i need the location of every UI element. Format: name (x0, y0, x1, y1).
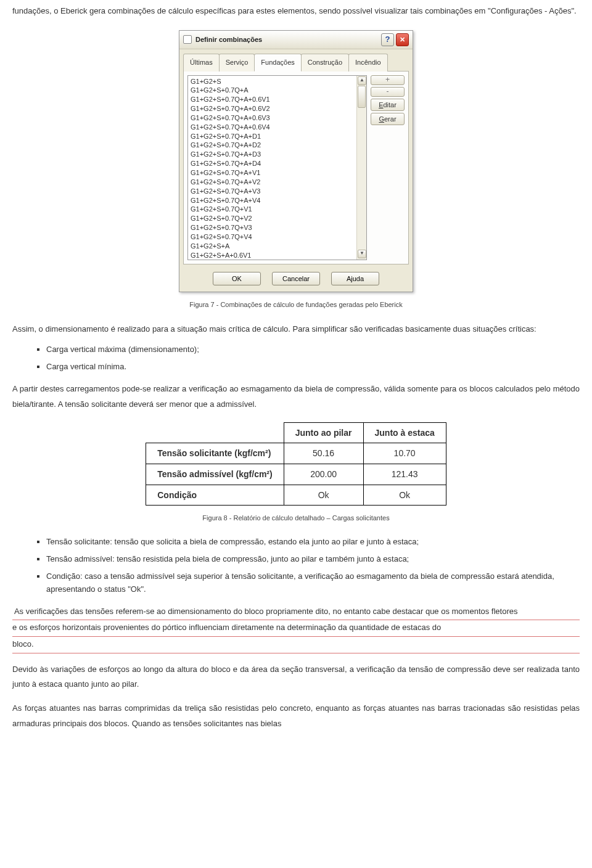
help-button[interactable]: Ajuda (331, 272, 379, 285)
list-item: Condição: caso a tensão admissível seja … (46, 570, 580, 595)
list-item[interactable]: G1+G2+S+0.7Q+A+V3 (191, 187, 364, 196)
list-item[interactable]: G1+G2+S+0.7Q+A+D4 (191, 159, 364, 168)
table-header: Junto ao pilar (284, 422, 363, 443)
list-item[interactable]: G1+G2+S+0.7Q+V1 (191, 205, 364, 214)
list-item: Tensão solicitante: tensão que solicita … (46, 536, 580, 548)
intro-paragraph: fundações, o Eberick gera combinações de… (12, 4, 580, 19)
list-item[interactable]: G1+G2+S+A (191, 242, 364, 251)
tab-bar: ÚltimasServiçoFundaçõesConstruçãoIncêndi… (179, 49, 413, 71)
tab-serviço[interactable]: Serviço (219, 54, 255, 72)
table-row: Tensão solicitante (kgf/cm²)50.1610.70 (146, 443, 446, 464)
generate-button[interactable]: Gerar (371, 113, 405, 125)
paragraph-bielas: A partir destes carregamentos pode-se re… (12, 382, 580, 412)
tab-fundações[interactable]: Fundações (254, 54, 301, 72)
bullet-list-2: Tensão solicitante: tensão que solicita … (46, 536, 580, 596)
paragraph-forcas: As forças atuantes nas barras comprimida… (12, 701, 580, 731)
dialog-titlebar: Definir combinações ? ✕ (179, 31, 413, 49)
remove-button[interactable]: - (371, 87, 405, 97)
scroll-thumb[interactable] (358, 86, 366, 108)
list-item[interactable]: G1+G2+S+0.7Q+A+V1 (191, 168, 364, 178)
list-item[interactable]: G1+G2+S+0.7Q+A+D1 (191, 132, 364, 141)
list-item[interactable]: G1+G2+S+0.7Q+A+V4 (191, 196, 364, 205)
cell: 121.43 (363, 464, 446, 485)
scroll-down-icon[interactable]: ▼ (358, 250, 366, 258)
add-button[interactable]: + (371, 75, 405, 85)
scrollbar[interactable]: ▲ ▼ (356, 76, 366, 260)
list-item[interactable]: G1+G2+S (191, 77, 364, 86)
list-item[interactable]: G1+G2+S+0.7Q+V2 (191, 214, 364, 223)
cell: Ok (284, 485, 363, 506)
row-label: Tensão solicitante (kgf/cm²) (146, 443, 284, 464)
table-row: Tensão admissível (kgf/cm²)200.00121.43 (146, 464, 446, 485)
close-icon[interactable]: ✕ (396, 33, 409, 46)
list-item[interactable]: G1+G2+S+A+0.6V1 (191, 251, 364, 260)
cell: 200.00 (284, 464, 363, 485)
list-item[interactable]: G1+G2+S+0.7Q+A (191, 86, 364, 95)
dialog-title: Definir combinações (195, 33, 262, 46)
scroll-up-icon[interactable]: ▲ (358, 76, 366, 85)
paragraph-variacoes: Devido às variações de esforços ao longo… (12, 662, 580, 692)
figure8-caption: Figura 8 - Relatório de cálculo detalhad… (12, 512, 580, 525)
list-item[interactable]: G1+G2+S+0.7Q+A+D2 (191, 141, 364, 150)
help-icon[interactable]: ? (381, 33, 394, 46)
app-icon (183, 35, 192, 44)
table-header: Junto à estaca (363, 422, 446, 443)
edit-button[interactable]: Editar (371, 99, 405, 111)
cell: Ok (363, 485, 446, 506)
figure7-caption: Figura 7 - Combinações de cálculo de fun… (12, 298, 580, 311)
ok-button[interactable]: OK (213, 272, 261, 285)
cell: 50.16 (284, 443, 363, 464)
results-table: Junto ao pilar Junto à estaca Tensão sol… (146, 422, 446, 506)
bullet-list-1: Carga vertical máxima (dimensionamento);… (46, 343, 580, 373)
list-item[interactable]: G1+G2+S+0.7Q+A+D3 (191, 150, 364, 159)
row-label: Condição (146, 485, 284, 506)
list-item[interactable]: G1+G2+S+0.7Q+A+0.6V4 (191, 123, 364, 132)
cell: 10.70 (363, 443, 446, 464)
combinations-listbox[interactable]: G1+G2+SG1+G2+S+0.7Q+AG1+G2+S+0.7Q+A+0.6V… (187, 75, 367, 260)
list-item: Carga vertical máxima (dimensionamento); (46, 343, 580, 356)
list-item: Tensão admissível: tensão resistida pela… (46, 553, 580, 565)
tab-construção[interactable]: Construção (301, 54, 349, 72)
cancel-button[interactable]: Cancelar (272, 272, 320, 285)
list-item[interactable]: G1+G2+S+0.7Q+A+0.6V2 (191, 104, 364, 113)
list-item: Carga vertical mínima. (46, 361, 580, 373)
tab-últimas[interactable]: Últimas (183, 54, 220, 72)
list-item[interactable]: G1+G2+S+0.7Q+V4 (191, 232, 364, 242)
highlighted-block: As verificações das tensões referem-se a… (12, 604, 580, 653)
tab-incêndio[interactable]: Incêndio (348, 54, 388, 72)
list-item[interactable]: G1+G2+S+0.7Q+A+V2 (191, 178, 364, 187)
list-item[interactable]: G1+G2+S+0.7Q+A+0.6V3 (191, 113, 364, 123)
table-row: CondiçãoOkOk (146, 485, 446, 506)
paragraph-after-fig7: Assim, o dimensionamento é realizado par… (12, 322, 580, 337)
list-item[interactable]: G1+G2+S+0.7Q+V3 (191, 223, 364, 232)
row-label: Tensão admissível (kgf/cm²) (146, 464, 284, 485)
list-item[interactable]: G1+G2+S+0.7Q+A+0.6V1 (191, 95, 364, 104)
dialog-screenshot: Definir combinações ? ✕ ÚltimasServiçoFu… (12, 30, 580, 292)
